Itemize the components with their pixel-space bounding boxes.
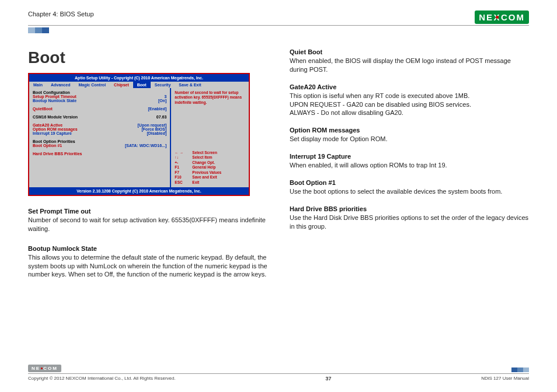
- description-text: Use the boot options to select the avail…: [290, 187, 529, 196]
- bios-tab-boot[interactable]: Boot: [133, 82, 151, 88]
- bios-footer: Version 2.10.1208 Copyright (C) 2010 Ame…: [29, 187, 249, 195]
- bios-row-label: Hard Drive BBS Priorities: [33, 152, 82, 156]
- bios-row-label: Option ROM messages: [33, 127, 78, 131]
- bios-row-value: [Upon request]: [138, 123, 167, 127]
- bios-key-desc: General Help: [192, 165, 215, 170]
- bios-row-label: CSM16 Module Version: [33, 115, 78, 119]
- bios-key-row: F1General Help: [175, 165, 245, 170]
- bios-row: [33, 135, 166, 139]
- description-heading: Set Prompt Time out: [28, 208, 267, 215]
- bios-row-label: [33, 111, 34, 115]
- bios-row[interactable]: Hard Drive BBS Priorities: [33, 152, 166, 156]
- nexcom-logo: NEXCOM: [475, 10, 529, 24]
- bios-key-desc: Select Item: [192, 155, 212, 160]
- bios-row-label: [33, 135, 34, 139]
- bios-row-value: [SATA: WDC:WD16...]: [125, 144, 166, 148]
- page-title: Boot: [28, 48, 267, 67]
- bios-tabs: MainAdvancedMagic ControlChipsetBootSecu…: [29, 82, 249, 88]
- bios-screenshot: Aptio Setup Utility - Copyright (C) 2010…: [28, 73, 250, 196]
- bios-row-label: [33, 148, 34, 152]
- bios-key-row: ← →Select Screen: [175, 150, 245, 155]
- page-number: 37: [325, 376, 331, 382]
- description-block: Bootup Numlock StateThis allows you to d…: [28, 245, 267, 279]
- bios-key: +-: [175, 160, 192, 165]
- footer-logo: NECOM: [28, 365, 61, 372]
- description-text: This option is iseful when any RT code i…: [290, 92, 529, 118]
- bios-key: ESC: [175, 180, 192, 185]
- right-column: Quiet BootWhen enabled, the BIOS will di…: [290, 48, 529, 288]
- bios-utility-title: Aptio Setup Utility - Copyright (C) 2010…: [29, 74, 249, 82]
- bios-key-row: +-Change Opt.: [175, 160, 245, 165]
- bios-row[interactable]: Bootup Numlock State[On]: [33, 99, 166, 103]
- description-text: Use the Hard Disk Drive BBS priorities o…: [290, 214, 529, 231]
- description-text: Set display mode for Option ROM.: [290, 135, 529, 144]
- bios-settings-panel: Boot ConfigurationSetup Prompt Timeout3B…: [29, 88, 171, 187]
- description-heading: Hard Drive BBS priorities: [290, 205, 529, 212]
- bios-key: ← →: [175, 150, 192, 155]
- bios-row-label: Boot Option #1: [33, 144, 62, 148]
- description-heading: Bootup Numlock State: [28, 245, 267, 252]
- bios-tab-chipset[interactable]: Chipset: [110, 82, 133, 88]
- left-descriptions: Set Prompt Time outNumber of second to w…: [28, 208, 267, 279]
- bios-key-desc: Select Screen: [192, 150, 217, 155]
- bios-row-value: [On]: [158, 99, 166, 103]
- bios-row[interactable]: GateA20 Active[Upon request]: [33, 123, 166, 127]
- bios-row[interactable]: QuietBoot[Enabled]: [33, 107, 166, 111]
- page-footer: NECOM Copyright © 2012 NEXCOM Internatio…: [28, 365, 529, 382]
- left-column: Boot Aptio Setup Utility - Copyright (C)…: [28, 48, 267, 288]
- bios-key: ↑↓: [175, 155, 192, 160]
- bios-row-value: [Enabled]: [148, 107, 166, 111]
- bios-key-desc: Save and Exit: [192, 175, 217, 180]
- bios-row[interactable]: Boot Configuration: [33, 90, 166, 94]
- bios-row-label: [33, 103, 34, 107]
- page-header: Chapter 4: BIOS Setup NEXCOM: [28, 10, 529, 26]
- bios-row[interactable]: Setup Prompt Timeout3: [33, 94, 166, 99]
- bios-row[interactable]: Boot Option Priorities: [33, 139, 166, 144]
- bios-tab-save-exit[interactable]: Save & Exit: [175, 82, 205, 88]
- bios-row-label: Boot Option Priorities: [33, 139, 75, 144]
- bios-key-row: F7Previous Values: [175, 170, 245, 175]
- bios-tab-magic-control[interactable]: Magic Control: [74, 82, 110, 88]
- bios-tab-security[interactable]: Security: [151, 82, 175, 88]
- bios-key-legend: ← →Select Screen↑↓Select Item+-Change Op…: [175, 150, 245, 185]
- bios-row-label: Boot Configuration: [33, 90, 70, 94]
- copyright-text: Copyright © 2012 NEXCOM International Co…: [28, 376, 176, 382]
- description-heading: Boot Option #1: [290, 179, 529, 186]
- bios-key: F10: [175, 175, 192, 180]
- bios-key-row: F10Save and Exit: [175, 175, 245, 180]
- description-text: When enabled, the BIOS will display the …: [290, 57, 529, 74]
- bios-row-label: [33, 119, 34, 123]
- bios-tab-main[interactable]: Main: [29, 82, 47, 88]
- bios-key-desc: Change Opt.: [192, 160, 215, 165]
- bios-key: F1: [175, 165, 192, 170]
- bios-key-row: ESCExit: [175, 180, 245, 185]
- bios-tab-advanced[interactable]: Advanced: [47, 82, 74, 88]
- bios-row[interactable]: Boot Option #1[SATA: WDC:WD16...]: [33, 144, 166, 148]
- bios-row-value: [Force BIOS]: [142, 127, 167, 131]
- description-heading: Interrupt 19 Capture: [290, 153, 529, 160]
- manual-name: NDiS 127 User Manual: [481, 376, 529, 382]
- header-decor: [28, 27, 529, 33]
- bios-key-row: ↑↓Select Item: [175, 155, 245, 160]
- bios-row-label: Bootup Numlock State: [33, 99, 76, 103]
- description-heading: Option ROM messages: [290, 127, 529, 134]
- description-text: When enabled, it will allows option ROMs…: [290, 161, 529, 170]
- bios-row-value: 3: [164, 94, 166, 99]
- footer-decor: [511, 368, 529, 372]
- bios-help-text: Number of second to wait for setup activ…: [175, 90, 245, 105]
- bios-row[interactable]: Option ROM messages[Force BIOS]: [33, 127, 166, 131]
- description-heading: Quiet Boot: [290, 48, 529, 55]
- chapter-label: Chapter 4: BIOS Setup: [28, 10, 94, 18]
- description-heading: GateA20 Active: [290, 83, 529, 90]
- bios-row: [33, 103, 166, 107]
- bios-row[interactable]: CSM16 Module Version07.63: [33, 115, 166, 119]
- bios-row: [33, 111, 166, 115]
- bios-row[interactable]: Interrupt 19 Capture[Disabled]: [33, 131, 166, 135]
- bios-row-label: Interrupt 19 Capture: [33, 131, 72, 135]
- description-text: Number of second to wait for setup activ…: [28, 216, 267, 233]
- bios-row-value: 07.63: [156, 115, 167, 119]
- bios-row-value: [Disabled]: [147, 131, 166, 135]
- bios-key-desc: Previous Values: [192, 170, 221, 175]
- description-text: This allows you to determine the default…: [28, 253, 267, 279]
- bios-key: F7: [175, 170, 192, 175]
